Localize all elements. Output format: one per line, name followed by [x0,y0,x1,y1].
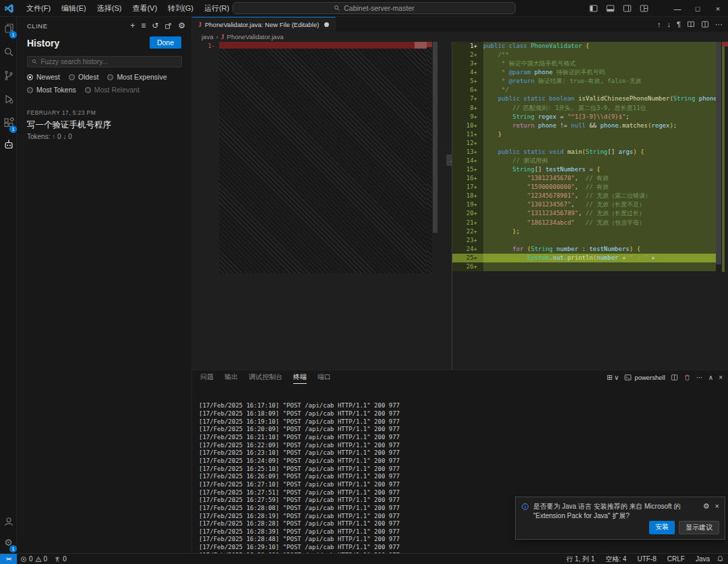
breadcrumb-folder[interactable]: java [202,33,213,40]
extensions-badge: 1 [9,125,17,133]
split-terminal-icon[interactable] [671,374,678,381]
breadcrumb-file[interactable]: PhoneValidator.java [227,33,284,40]
status-item[interactable]: 空格: 4 [601,554,630,564]
terminal-line: [17/Feb/2025 16:25:10] "POST /api/cab HT… [199,466,725,474]
code-line: 3+ * 验证中国大陆手机号格式 [452,59,716,68]
history-icon[interactable]: ↺ [152,21,158,30]
line-number: 4+ [452,68,483,77]
code-text: // 匹配规则: 1开头, 第二位3-9, 总长度11位 [483,104,716,113]
history-entry-task[interactable]: 写一个验证手机号程序 [27,119,111,131]
status-item[interactable]: CRLF [663,554,689,564]
ports-status[interactable]: 0 [51,554,70,564]
code-line: 16+ "13812345678", // 有效 [452,174,716,183]
kill-terminal-icon[interactable] [684,374,691,381]
panel-tab-终端[interactable]: 终端 [293,370,307,384]
modified-dot-icon[interactable] [324,22,329,27]
sidebar-item-source-control[interactable] [0,67,17,84]
original-scrollbar[interactable] [433,42,437,233]
line-number: 20+ [452,209,483,218]
line-number: 3+ [452,59,483,68]
install-button[interactable]: 安装 [649,521,675,534]
modified-scrollbar[interactable] [716,42,721,264]
customize-layout-icon[interactable] [640,4,648,13]
toggle-secondary-sidebar-icon[interactable] [623,4,632,13]
code-text: for (String number : testNumbers) { [483,245,716,254]
sidebar-item-search[interactable] [0,43,17,61]
sidebar-item-cline[interactable] [0,136,17,153]
sort-filter-radio[interactable]: Most Relevant [85,86,140,94]
panel-tab-bar: 问题输出调试控制台终端端口 [200,370,331,384]
breadcrumb[interactable]: java › J PhoneValidator.java [192,32,728,42]
code-lines: 1+public class PhoneValidator {2+ /**3+ … [452,42,716,271]
problems-status[interactable]: 0 0 [17,554,51,564]
done-button[interactable]: Done [150,36,181,49]
status-item[interactable]: UTF-8 [633,554,660,564]
bell-icon[interactable] [717,555,724,563]
sidebar-item-extensions[interactable]: 1 [0,114,17,132]
notification-close-icon[interactable]: × [715,502,719,521]
sort-filter-radio[interactable]: Oldest [69,73,98,81]
status-item[interactable]: 行 1, 列 1 [562,554,599,564]
tab-label: PhoneValidator.java: New File (Editable) [205,21,319,28]
menu-item[interactable]: 文件(F) [21,2,56,15]
sort-filter-label: Newest [36,73,60,81]
sort-filter-radio[interactable]: Most Tokens [27,86,76,94]
chevron-right-icon: › [216,33,218,40]
line-number: 13+ [452,148,483,157]
panel-tab-输出[interactable]: 输出 [224,370,238,384]
history-search-input[interactable] [40,58,177,65]
terminal-instance-item[interactable]: powershell [624,374,665,381]
panel-tab-端口[interactable]: 端口 [317,370,331,384]
toggle-sidebar-icon[interactable] [589,4,598,13]
more-actions-icon[interactable]: ⋯ [715,20,723,29]
whitespace-icon[interactable]: ¶ [677,20,681,28]
new-task-icon[interactable]: + [130,21,135,30]
maximize-panel-icon[interactable]: ∧ [708,374,713,381]
show-recommendations-button[interactable]: 显示建议 [679,521,719,534]
status-bar-right: 行 1, 列 1空格: 4UTF-8CRLFJava [562,554,728,564]
history-search-box[interactable] [27,56,182,67]
open-in-editor-icon[interactable] [164,22,172,30]
minimize-button[interactable]: — [667,0,688,17]
menu-item[interactable]: 查看(V) [127,2,162,15]
line-number: 5+ [452,77,483,86]
editor-actions: ↑ ↓ ¶ ⋯ [657,17,723,32]
diff-modified-pane[interactable]: 1+public class PhoneValidator {2+ /**3+ … [452,42,728,370]
notification-gear-icon[interactable]: ⚙ [703,502,710,521]
diff-original-pane[interactable]: 1- [192,42,452,370]
panel-more-icon[interactable]: ⋯ [696,374,703,381]
prev-change-icon[interactable]: ↑ [657,20,661,28]
settings-button[interactable]: ⚙ 1 [0,534,17,551]
inline-view-icon[interactable] [687,20,695,28]
sort-filter-radio[interactable]: Newest [27,73,60,81]
tab-phonevalidator[interactable]: J PhoneValidator.java: New File (Editabl… [192,17,336,32]
code-text: /** [483,51,716,59]
menu-item[interactable]: 运行(R) [199,2,235,15]
next-change-icon[interactable]: ↓ [667,20,671,28]
new-terminal-icon[interactable]: ⊞ ∨ [607,374,619,381]
close-panel-icon[interactable]: × [719,374,723,381]
menu-item[interactable]: 转到(G) [162,2,199,15]
close-button[interactable]: × [708,0,728,17]
sidebar-item-explorer[interactable]: 1 [0,20,17,37]
menu-item[interactable]: 编辑(E) [56,2,92,15]
status-item[interactable]: Java [692,554,714,564]
maximize-button[interactable]: □ [688,0,708,17]
toggle-panel-icon[interactable] [606,4,615,13]
code-text: String regex = "^1[3-9]\\d{9}$"; [483,113,716,121]
split-editor-icon[interactable] [701,20,709,28]
sort-filter-radio[interactable]: Most Expensive [107,73,166,81]
settings-gear-icon[interactable]: ⚙ [178,21,185,30]
terminal-shell-label: powershell [634,374,665,381]
menu-item[interactable]: 选择(S) [92,2,127,15]
line-number: 1+ [452,42,483,51]
sidebar-item-run-debug[interactable] [0,90,17,108]
command-center-search[interactable]: Cabinet-server-master [233,2,516,14]
mcp-servers-icon[interactable]: ≡ [141,21,146,30]
vscode-window: 文件(F)编辑(E)选择(S)查看(V)转到(G)运行(R)··· ← → Ca… [0,0,728,564]
panel-tab-调试控制台[interactable]: 调试控制台 [249,370,282,384]
remote-indicator[interactable]: >< [0,554,17,564]
panel-tab-问题[interactable]: 问题 [200,370,214,384]
accounts-button[interactable] [0,513,17,530]
code-text [483,236,716,245]
